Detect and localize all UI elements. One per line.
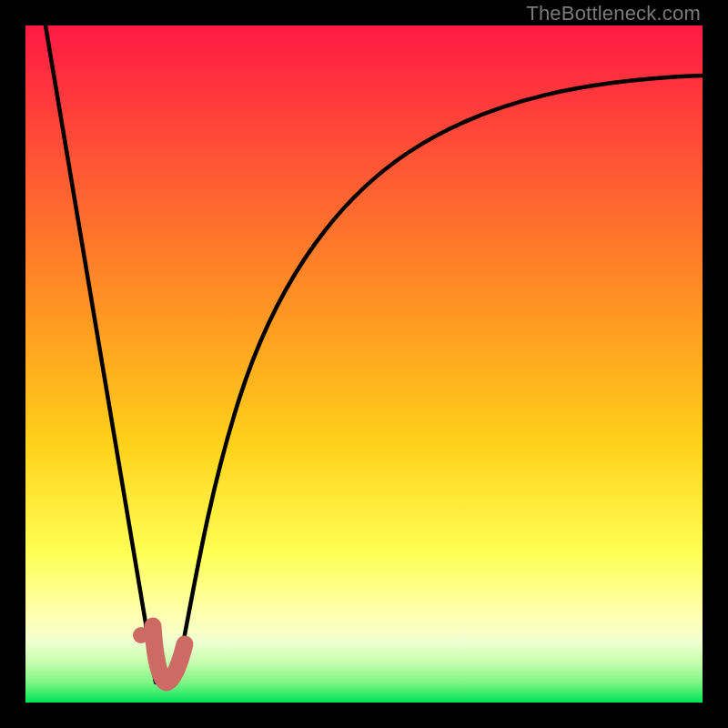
watermark-text: TheBottleneck.com [526,2,701,25]
chart-curves [25,25,703,703]
left-falling-line [46,25,156,682]
right-rising-curve [176,76,703,682]
marker-hook [153,626,185,682]
chart-area [25,25,703,703]
